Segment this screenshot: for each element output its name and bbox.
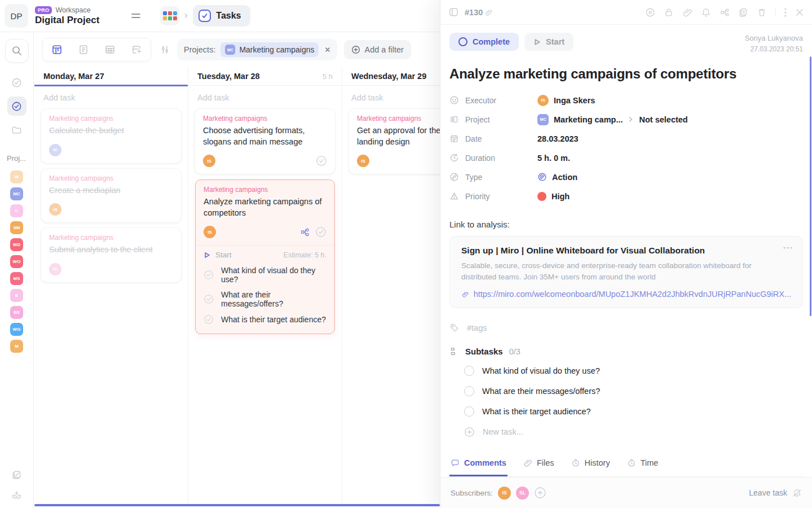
task-card[interactable]: Marketing campaigns Get an approval for … xyxy=(349,109,440,174)
sidebar-item-tasks-active[interactable] xyxy=(7,97,27,116)
project-filter-chip[interactable]: MC Marketing campaigns xyxy=(220,42,319,57)
inbox-icon[interactable] xyxy=(11,489,22,500)
field-priority[interactable]: Priority High xyxy=(449,187,803,206)
tab-time[interactable]: Time xyxy=(626,454,660,476)
filter-sliders-icon[interactable] xyxy=(160,45,170,55)
lock-icon[interactable] xyxy=(664,7,674,17)
table-view-icon[interactable] xyxy=(104,44,116,55)
project-avatar[interactable]: WD xyxy=(10,238,23,251)
duplicate-icon[interactable] xyxy=(738,7,748,17)
link-preview-card[interactable]: Sign up | Miro | Online Whiteboard for V… xyxy=(449,236,803,309)
complete-task-icon[interactable] xyxy=(315,226,326,238)
field-label: Project xyxy=(465,115,490,124)
project-avatar[interactable]: SM xyxy=(10,221,23,234)
field-type[interactable]: Type Action xyxy=(449,168,803,187)
task-title[interactable]: Analyze marketing campaigns of competito… xyxy=(449,66,803,82)
project-avatar[interactable]: C xyxy=(10,204,23,217)
task-id[interactable]: #130 xyxy=(465,8,492,17)
add-task-input[interactable]: Add task xyxy=(34,86,188,108)
card-subtask[interactable]: What are their messages/offers? xyxy=(204,290,326,308)
project-avatar[interactable]: M xyxy=(10,340,23,353)
workspace-name[interactable]: Digital Project xyxy=(35,15,99,26)
action-type-icon xyxy=(537,172,547,182)
card-project-label: Marketing campaigns xyxy=(49,115,173,122)
tab-comments[interactable]: Comments xyxy=(449,454,508,476)
tab-label: Comments xyxy=(464,458,506,467)
start-timer-button[interactable]: Start xyxy=(204,251,232,259)
link-card-description: Scalable, secure, cross-device and enter… xyxy=(461,260,785,284)
column-header[interactable]: Wednesday, Mar 29 xyxy=(342,67,440,86)
tab-files[interactable]: Files xyxy=(522,454,555,476)
templates-icon[interactable] xyxy=(11,470,22,480)
subtask-checkbox[interactable] xyxy=(464,386,474,396)
subtask-row[interactable]: What are their messages/offers? xyxy=(449,381,803,401)
subtask-checkbox[interactable] xyxy=(464,366,474,376)
column-header[interactable]: Tuesday, Mar 28 5 h xyxy=(188,67,342,86)
field-executor[interactable]: Executor IS Inga Skers xyxy=(449,91,803,110)
card-subtask[interactable]: What kind of visual do they use? xyxy=(204,266,326,284)
complete-task-icon[interactable] xyxy=(316,155,327,167)
workspace-logo[interactable]: DP xyxy=(5,4,28,28)
link-url[interactable]: https://miro.com/welcomeonboard/MUpoZ1JK… xyxy=(461,290,791,299)
tab-tasks[interactable]: Tasks xyxy=(193,5,250,27)
project-avatar[interactable]: WO xyxy=(10,255,23,268)
subtask-row[interactable]: What kind of visual do they use? xyxy=(449,361,803,381)
field-duration[interactable]: Duration 5 h. 0 m. xyxy=(449,148,803,168)
tags-input[interactable]: #tags xyxy=(449,323,803,333)
sidebar-item-my-tasks[interactable] xyxy=(7,73,27,92)
column-header[interactable]: Monday, Mar 27 xyxy=(34,67,188,86)
task-card[interactable]: Marketing campaigns Submit analytics to … xyxy=(41,228,181,282)
task-card-selected[interactable]: Marketing campaigns Analyze marketing ca… xyxy=(195,179,335,334)
horizontal-scrollbar[interactable] xyxy=(34,504,440,506)
subtask-tree-icon[interactable] xyxy=(720,7,730,17)
collapse-panel-icon[interactable] xyxy=(448,7,459,17)
new-subtask-input[interactable]: New task... xyxy=(449,422,803,442)
subscriber-avatar[interactable]: IS xyxy=(498,487,511,500)
card-subtask[interactable]: What is their target audience? xyxy=(204,314,326,325)
watch-icon[interactable] xyxy=(645,7,655,17)
link-card-menu-icon[interactable] xyxy=(783,247,792,249)
sidebar-item-folders[interactable] xyxy=(7,120,27,139)
timeline-view-icon[interactable] xyxy=(131,44,142,55)
leave-task-button[interactable]: Leave task xyxy=(749,488,802,498)
board-view-icon[interactable] xyxy=(51,44,63,55)
start-button[interactable]: Start xyxy=(524,33,573,51)
project-avatar[interactable]: MS xyxy=(10,272,23,285)
search-button[interactable] xyxy=(5,39,29,63)
add-subscriber-icon[interactable] xyxy=(534,487,546,499)
priority-icon xyxy=(449,191,459,201)
subscriber-avatar[interactable]: SL xyxy=(516,487,529,500)
priority-value: High xyxy=(551,192,570,201)
notifications-icon[interactable] xyxy=(701,7,711,17)
add-task-input[interactable]: Add task xyxy=(188,86,342,108)
add-filter-button[interactable]: Add a filter xyxy=(344,40,411,59)
task-card[interactable]: Marketing campaigns Calculate the budget… xyxy=(41,109,181,163)
task-card[interactable]: Marketing campaigns Choose advertising f… xyxy=(195,109,335,174)
complete-button[interactable]: Complete xyxy=(449,33,519,51)
field-date[interactable]: Date 28.03.2023 xyxy=(449,129,803,148)
field-project[interactable]: Project MC Marketing camp... Not selecte… xyxy=(449,110,803,129)
delete-icon[interactable] xyxy=(757,7,767,17)
remove-filter-icon[interactable] xyxy=(325,47,330,52)
subtask-checkbox[interactable] xyxy=(464,406,474,417)
task-card[interactable]: Marketing campaigns Create a mediaplan I… xyxy=(41,169,181,223)
project-avatar[interactable]: WG xyxy=(10,323,23,336)
task-id-label: #130 xyxy=(465,8,483,17)
subtask-row[interactable]: What is their target audience? xyxy=(449,401,803,422)
subscribers-label: Subscribers: xyxy=(451,489,493,497)
project-avatar[interactable]: W xyxy=(10,170,23,183)
project-avatar[interactable]: BS xyxy=(10,306,23,319)
close-icon[interactable] xyxy=(795,8,804,17)
apps-grid-button[interactable] xyxy=(160,6,179,25)
sidebar-toggle-icon[interactable] xyxy=(130,10,142,22)
panel-scrollbar[interactable] xyxy=(810,56,811,316)
project-avatar[interactable]: E xyxy=(10,289,23,302)
more-options-icon[interactable] xyxy=(784,8,787,17)
attachment-icon[interactable] xyxy=(682,7,692,17)
tab-history[interactable]: History xyxy=(570,454,611,476)
project-avatar[interactable]: MC xyxy=(10,187,23,200)
add-task-input[interactable]: Add task xyxy=(342,86,440,108)
list-view-icon[interactable] xyxy=(78,44,89,55)
board-not-selected[interactable]: Not selected xyxy=(639,115,687,124)
chevron-right-icon xyxy=(183,13,189,19)
